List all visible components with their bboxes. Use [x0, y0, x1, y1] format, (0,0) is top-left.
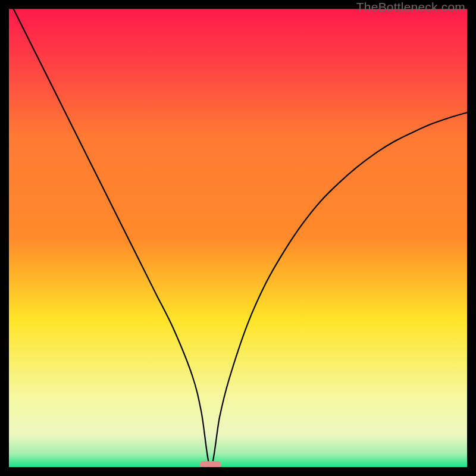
watermark-text: TheBottleneck.com [356, 0, 465, 14]
gradient-background [9, 9, 467, 467]
chart-area [9, 9, 467, 467]
chart-svg [9, 9, 467, 467]
minimum-marker [200, 461, 221, 467]
